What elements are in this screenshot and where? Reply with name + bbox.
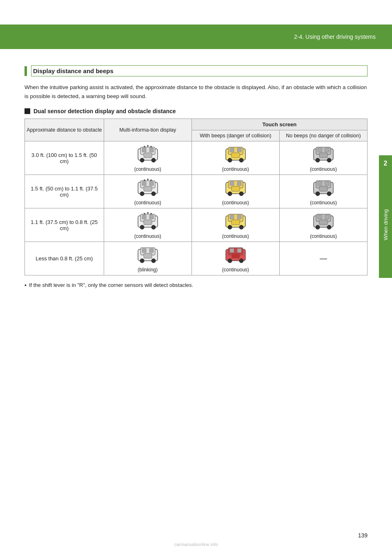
svg-rect-71 xyxy=(319,220,327,225)
svg-rect-3 xyxy=(149,148,154,152)
svg-point-70 xyxy=(327,225,331,229)
svg-point-53 xyxy=(151,225,156,229)
side-tab-label: When driving xyxy=(383,209,389,240)
no-beeps-cell-2: (continuous) xyxy=(279,175,367,208)
svg-point-77 xyxy=(151,259,156,263)
svg-rect-20 xyxy=(325,148,329,152)
page-number: 139 xyxy=(358,532,368,539)
with-beeps-cell-4: (continuous) xyxy=(192,242,279,275)
svg-rect-23 xyxy=(319,153,327,158)
with-beeps-cell-3: (continuous) xyxy=(192,208,279,242)
svg-rect-81 xyxy=(230,248,234,253)
header-bar: 2-4. Using other driving systems xyxy=(0,25,392,49)
table-row: Less than 0.8 ft. (25 cm) (blinking) xyxy=(25,242,368,275)
svg-rect-51 xyxy=(149,215,154,219)
svg-rect-6 xyxy=(144,153,152,158)
side-tab: When driving xyxy=(379,172,392,278)
car-icon-multi-2 xyxy=(136,178,159,196)
svg-point-5 xyxy=(151,158,156,162)
multi-label-4: (blinking) xyxy=(106,267,190,273)
svg-rect-27 xyxy=(149,181,154,186)
svg-point-52 xyxy=(140,225,144,229)
col-header-approx: Approximate distance to obstacle xyxy=(25,119,104,141)
no-beeps-cell-3: (continuous) xyxy=(279,208,367,242)
with-beeps-label-1: (continuous) xyxy=(194,166,278,172)
section-title: Display distance and beeps xyxy=(31,65,368,76)
no-beeps-label-2: (continuous) xyxy=(281,200,365,206)
multi-cell-4: (blinking) xyxy=(104,242,192,275)
svg-rect-68 xyxy=(325,215,329,219)
svg-rect-54 xyxy=(144,220,152,225)
car-icon-multi-4 xyxy=(136,245,159,263)
svg-rect-30 xyxy=(144,186,152,191)
car-icon-beeps-1 xyxy=(224,145,247,163)
multi-cell-2: (continuous) xyxy=(104,175,192,208)
table-row: 1.1 ft. (37.5 cm) to 0.8 ft. (25 cm) xyxy=(25,208,368,242)
no-beeps-label-3: (continuous) xyxy=(281,233,365,239)
svg-point-31 xyxy=(144,179,145,181)
svg-rect-16 xyxy=(232,153,240,158)
intro-text: When the intuitive parking assist is act… xyxy=(24,83,368,101)
svg-point-84 xyxy=(239,259,243,263)
svg-rect-61 xyxy=(237,215,241,219)
svg-point-39 xyxy=(239,192,243,196)
multi-cell-3: (continuous) xyxy=(104,208,192,242)
multi-label-2: (continuous) xyxy=(106,200,190,206)
distance-cell: 3.0 ft. (100 cm) to 1.5 ft. (50 cm) xyxy=(25,141,104,175)
car-icon-beeps-2 xyxy=(224,178,247,196)
svg-rect-19 xyxy=(318,148,322,152)
with-beeps-label-4: (continuous) xyxy=(194,267,278,273)
car-icon-nobeeps-1 xyxy=(312,145,335,163)
svg-rect-13 xyxy=(237,148,241,152)
svg-point-45 xyxy=(316,192,320,196)
svg-rect-43 xyxy=(318,181,322,186)
footer-note-text: If the shift lever is in "R", only the c… xyxy=(29,282,193,288)
detection-table: Approximate distance to obstacle Multi-i… xyxy=(24,119,368,275)
no-beeps-cell-1: (continuous) xyxy=(279,141,367,175)
section-bar-accent xyxy=(24,66,27,76)
side-tab-number: 2 xyxy=(379,155,392,172)
svg-point-33 xyxy=(150,179,152,181)
subsection-square-icon xyxy=(24,108,30,114)
svg-point-38 xyxy=(228,192,232,196)
svg-point-76 xyxy=(140,259,144,263)
svg-rect-47 xyxy=(319,186,327,191)
with-beeps-cell-1: (continuous) xyxy=(192,141,279,175)
col-header-multi: Multi-informa-tion display xyxy=(104,119,192,141)
svg-rect-44 xyxy=(325,181,329,186)
car-icon-multi-3 xyxy=(136,212,159,230)
multi-label-3: (continuous) xyxy=(106,233,190,239)
svg-point-32 xyxy=(147,179,149,180)
car-icon-beeps-4 xyxy=(224,245,247,263)
with-beeps-cell-2: (continuous) xyxy=(192,175,279,208)
svg-point-21 xyxy=(316,158,320,162)
svg-rect-26 xyxy=(142,181,146,186)
svg-rect-12 xyxy=(230,148,234,152)
svg-rect-85 xyxy=(232,253,240,258)
svg-rect-37 xyxy=(237,181,241,186)
header-title: 2-4. Using other driving systems xyxy=(294,34,376,40)
multi-cell-1: (continuous) xyxy=(104,141,192,175)
svg-point-22 xyxy=(327,158,331,162)
subsection-title: Dual sensor detection display and obstac… xyxy=(33,108,176,114)
svg-point-29 xyxy=(151,192,156,196)
multi-label-1: (continuous) xyxy=(106,166,190,172)
main-content: Display distance and beeps When the intu… xyxy=(24,65,368,289)
svg-rect-82 xyxy=(237,248,241,253)
svg-rect-36 xyxy=(230,181,234,186)
svg-point-56 xyxy=(147,212,149,214)
section-header: Display distance and beeps xyxy=(24,65,368,76)
svg-point-7 xyxy=(144,146,145,148)
car-icon-nobeeps-3 xyxy=(312,212,335,230)
table-row: 1.5 ft. (50 cm) to 1.1 ft. (37.5 cm) xyxy=(25,175,368,208)
table-row: 3.0 ft. (100 cm) to 1.5 ft. (50 cm) xyxy=(25,141,368,175)
with-beeps-label-2: (continuous) xyxy=(194,200,278,206)
col-header-touch: Touch screen xyxy=(192,119,367,130)
col-header-no-beeps: No beeps (no danger of collision) xyxy=(279,130,367,141)
svg-point-15 xyxy=(239,158,243,162)
svg-rect-67 xyxy=(318,215,322,219)
svg-point-57 xyxy=(150,213,152,215)
svg-point-4 xyxy=(140,158,144,162)
car-icon-beeps-3 xyxy=(224,212,247,230)
svg-point-9 xyxy=(150,146,152,148)
